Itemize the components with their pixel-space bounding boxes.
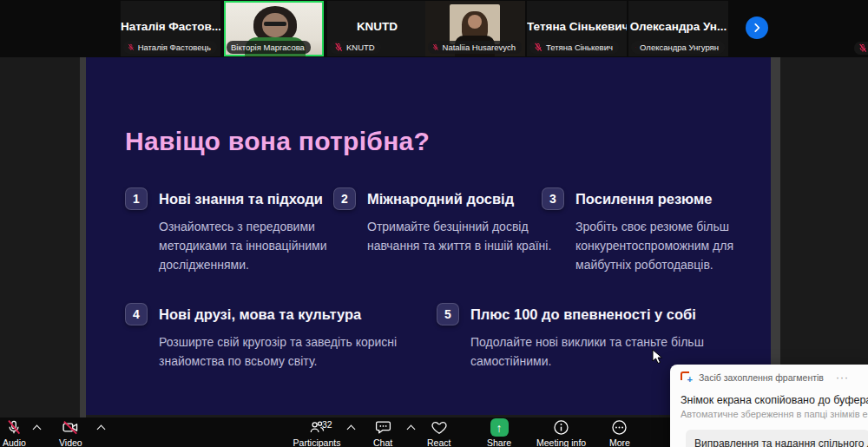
name-label: Олександра Унгурян [631,41,725,54]
name-label: Наталія Фастовець [123,41,217,54]
item-heading: Посилення резюме [575,187,771,210]
muted-mic-icon [128,43,135,52]
snipping-tool-icon: + [681,371,693,384]
participant-name: Наталія Фастов... [121,20,220,33]
item-number-badge: 4 [125,303,148,325]
slide-item-5: 5 Плюс 100 до впевненості у собі Подолай… [437,303,762,371]
audio-button[interactable]: Audio [3,419,26,447]
video-options-chevron[interactable] [97,424,105,432]
slide-item-1: 1 Нові знання та підходи Ознайомтесь з п… [125,187,333,274]
item-heading: Нові друзі, мова та культура [159,303,459,325]
item-description: Ознайомтесь з передовими методиками та і… [159,217,331,274]
item-number-badge: 3 [542,187,564,210]
item-number-badge: 1 [125,187,148,210]
share-icon: ↑ [490,418,509,437]
muted-mic-icon [858,43,867,53]
shared-screen-area: Навіщо вона потрібна? 1 Нові знання та п… [0,57,868,417]
participant-tile[interactable]: Тетяна Сінькевич Тетяна Сінькевич [527,1,627,56]
camera-muted-icon [61,419,80,436]
name-label: Вікторія Маргасова [227,41,311,54]
markup-and-share-button[interactable]: Виправлення та надання спільного доступу [686,430,868,447]
meeting-info-button[interactable]: Meeting info [536,419,586,447]
item-heading: Міжнародний досвід [367,187,556,210]
muted-mic-icon [334,43,343,52]
window-edge [80,57,86,417]
participant-tile[interactable]: Наталія Фастов... Наталія Фастовець [121,1,220,56]
participant-name: Тетяна Сінькевич [527,20,627,33]
participant-name: KNUTD [327,20,427,33]
notification-submessage: Автоматичне збереження в папці знімків е… [681,409,868,419]
item-description: Отримайте безцінний досвід навчання та ж… [367,217,556,255]
snipping-tool-notification[interactable]: + Засіб захоплення фрагментів ··· Знімок… [670,365,868,447]
partial-name-label [854,42,868,55]
item-heading: Нові знання та підходи [159,187,331,210]
item-heading: Плюс 100 до впевненості у собі [470,303,762,325]
muted-mic-icon [635,43,636,52]
heart-icon [431,419,448,436]
zoom-meeting-window: Наталія Фастов... Наталія Фастовець Вікт… [0,0,868,447]
muted-mic-icon [534,43,542,52]
slide-title: Навіщо вона потрібна? [125,127,430,156]
slide-items-row-1: 1 Нові знання та підходи Ознайомтесь з п… [125,187,767,274]
item-number-badge: 2 [333,187,356,210]
name-label: KNUTD [330,41,381,54]
slide-item-3: 3 Посилення резюме Зробіть своє резюме б… [542,187,767,274]
slide-item-4: 4 Нові друзі, мова та культура Розширте … [125,303,437,371]
participant-tile-active-speaker[interactable]: Вікторія Маргасова [224,1,324,56]
react-button[interactable]: React [427,419,450,447]
participant-name: Олександра Ун... [628,20,728,33]
item-description: Розширте свій кругозір та заведіть корис… [159,332,459,371]
participant-tile[interactable]: Nataliia Husarevych [425,1,525,56]
info-icon [553,419,569,436]
notification-menu-button[interactable]: ··· [836,371,849,384]
item-description: Зробіть своє резюме більш конкурентоспро… [575,217,771,274]
mouse-cursor [652,349,663,365]
chat-options-chevron[interactable] [407,424,415,432]
mic-muted-icon [6,419,22,436]
participant-strip: Наталія Фастов... Наталія Фастовець Вікт… [0,0,868,57]
more-icon [611,419,628,436]
participants-options-chevron[interactable] [347,424,355,432]
more-button[interactable]: More [609,419,630,447]
slide-item-2: 2 Міжнародний досвід Отримайте безцінний… [333,187,542,274]
next-participants-button[interactable] [746,16,768,39]
presentation-slide: Навіщо вона потрібна? 1 Нові знання та п… [86,57,771,415]
notification-message: Знімок екрана скопійовано до буфера обмі… [681,394,868,406]
participant-tile[interactable]: Олександра Ун... Олександра Унгурян [628,1,728,56]
audio-options-chevron[interactable] [33,424,41,432]
name-label: Nataliia Husarevych [428,41,522,54]
muted-mic-icon [432,43,439,52]
participant-tile[interactable]: KNUTD KNUTD [327,1,427,56]
item-number-badge: 5 [437,303,459,325]
chat-button[interactable]: Chat [373,419,392,447]
slide-items-row-2: 4 Нові друзі, мова та культура Розширте … [125,303,762,371]
chevron-right-icon [751,22,763,34]
notification-app-title: Засіб захоплення фрагментів [699,372,830,383]
scrollbar[interactable] [771,57,780,417]
participants-count: 32 [322,419,332,430]
chat-icon [375,419,391,436]
video-button[interactable]: Video [59,419,82,447]
name-label: Тетяна Сінькевич [529,41,619,54]
participants-button[interactable]: 32 Participants [291,419,343,447]
share-button[interactable]: ↑ Share [487,419,511,447]
